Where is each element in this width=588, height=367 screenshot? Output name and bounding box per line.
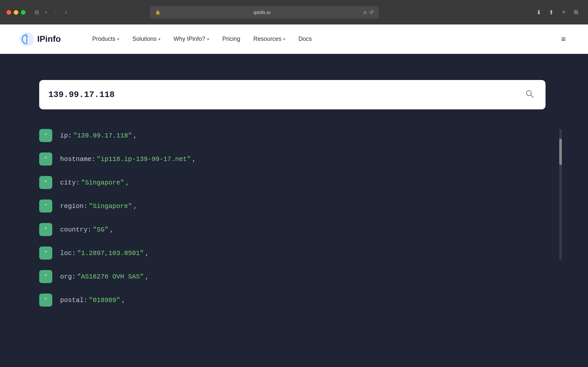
value-hostname: "ip118.ip-139-99-17.net": [97, 155, 191, 163]
solutions-chevron-icon: ▾: [158, 37, 160, 41]
products-chevron-icon: ▾: [117, 37, 119, 41]
hamburger-menu-button[interactable]: ≡: [559, 32, 568, 46]
value-postal: "018989": [89, 296, 120, 304]
navbar: IPinfo Products ▾ Solutions ▾ Why IPinfo…: [0, 24, 588, 54]
traffic-lights: [7, 10, 25, 15]
windows-button[interactable]: ⧉: [571, 7, 581, 18]
quote-badge: ": [39, 199, 52, 213]
key-region: region:: [60, 202, 88, 210]
nav-resources-label: Resources: [253, 36, 281, 42]
minimize-button[interactable]: [14, 10, 18, 15]
search-button[interactable]: [523, 87, 536, 103]
key-city: city:: [60, 179, 80, 186]
quote-badge: ": [39, 176, 52, 189]
nav-item-resources[interactable]: Resources ▾: [248, 33, 290, 45]
key-postal: postal:: [60, 296, 88, 304]
lock-icon: 🔒: [155, 10, 160, 15]
result-line-region: region: "Singapore",: [60, 202, 137, 210]
key-loc: loc:: [60, 249, 76, 257]
nav-pricing-label: Pricing: [222, 36, 240, 42]
scrollbar-thumb[interactable]: [559, 139, 562, 165]
value-country: "SG": [93, 226, 108, 233]
nav-item-pricing[interactable]: Pricing: [217, 33, 245, 45]
svg-point-1: [26, 36, 28, 38]
value-org: "AS16276 OVH SAS": [77, 273, 144, 280]
result-line-ip: ip: "139.99.17.118",: [60, 132, 137, 139]
nav-products-label: Products: [92, 36, 115, 42]
result-line-hostname: hostname: "ip118.ip-139-99-17.net",: [60, 155, 196, 163]
browser-chrome: ⊟ ▾ ‹ › 🔒 ipinfo.io A ↺ ⬇ ⬆ + ⧉: [0, 0, 588, 24]
nav-why-label: Why IPinfo?: [173, 36, 205, 42]
browser-nav-buttons: ‹ ›: [51, 8, 71, 17]
reload-icon[interactable]: ↺: [369, 9, 373, 15]
resources-chevron-icon: ▾: [283, 37, 285, 41]
nav-item-docs[interactable]: Docs: [293, 33, 317, 45]
back-button[interactable]: ‹: [51, 8, 60, 17]
website: IPinfo Products ▾ Solutions ▾ Why IPinfo…: [0, 24, 588, 367]
key-hostname: hostname:: [60, 155, 95, 163]
result-row: " city: "Singapore",: [39, 176, 549, 189]
nav-solutions-label: Solutions: [132, 36, 156, 42]
result-row: " org: "AS16276 OVH SAS",: [39, 270, 549, 283]
result-line-loc: loc: "1.2897,103.8501",: [60, 249, 149, 257]
result-row: " ip: "139.99.17.118",: [39, 129, 549, 142]
browser-actions: ⬇ ⬆ + ⧉: [534, 7, 581, 18]
forward-button[interactable]: ›: [61, 8, 71, 17]
quote-badge: ": [39, 294, 52, 307]
results-area: " ip: "139.99.17.118", " hostname: "ip11…: [39, 129, 549, 307]
result-line-postal: postal: "018989",: [60, 296, 125, 304]
download-button[interactable]: ⬇: [534, 7, 544, 18]
quote-badge: ": [39, 129, 52, 142]
quote-badge: ": [39, 247, 52, 260]
key-ip: ip:: [60, 132, 72, 139]
value-ip: "139.99.17.118": [73, 132, 132, 139]
new-tab-button[interactable]: +: [559, 7, 569, 18]
nav-item-solutions[interactable]: Solutions ▾: [127, 33, 166, 45]
url-text: ipinfo.io: [163, 9, 361, 15]
close-button[interactable]: [7, 10, 11, 15]
sidebar-toggle-button[interactable]: ⊟: [32, 8, 41, 17]
result-row: " hostname: "ip118.ip-139-99-17.net",: [39, 152, 549, 166]
nav-docs-label: Docs: [298, 36, 312, 42]
quote-badge: ": [39, 270, 52, 283]
key-country: country:: [60, 226, 91, 233]
result-row: " loc: "1.2897,103.8501",: [39, 247, 549, 260]
share-button[interactable]: ⬆: [546, 7, 557, 18]
value-region: "Singapore": [89, 202, 132, 210]
value-city: "Singapore": [81, 179, 124, 186]
result-line-city: city: "Singapore",: [60, 179, 129, 186]
svg-line-3: [531, 95, 533, 98]
scrollbar-track[interactable]: [559, 129, 562, 260]
quote-badge: ": [39, 152, 52, 166]
nav-links: Products ▾ Solutions ▾ Why IPinfo? ▾ Pri…: [87, 33, 559, 45]
value-loc: "1.2897,103.8501": [77, 249, 144, 257]
nav-item-why-ipinfo[interactable]: Why IPinfo? ▾: [168, 33, 214, 45]
translate-icon[interactable]: A: [364, 10, 367, 15]
quote-badge: ": [39, 223, 52, 236]
key-org: org:: [60, 273, 76, 280]
search-icon: [525, 89, 534, 98]
logo-area[interactable]: IPinfo: [20, 32, 61, 46]
logo-text: IPinfo: [37, 34, 61, 44]
result-line-country: country: "SG",: [60, 226, 114, 233]
main-content: " ip: "139.99.17.118", " hostname: "ip11…: [0, 54, 588, 367]
search-input[interactable]: [48, 90, 523, 100]
tab-chevron-icon[interactable]: ▾: [45, 10, 47, 15]
result-row: " postal: "018989",: [39, 294, 549, 307]
logo-icon: [20, 32, 34, 46]
address-bar[interactable]: 🔒 ipinfo.io A ↺: [150, 6, 379, 19]
nav-item-products[interactable]: Products ▾: [87, 33, 124, 45]
address-bar-container: 🔒 ipinfo.io A ↺: [150, 6, 379, 19]
search-container: [39, 80, 546, 109]
why-chevron-icon: ▾: [207, 37, 209, 41]
maximize-button[interactable]: [21, 10, 25, 15]
result-line-org: org: "AS16276 OVH SAS",: [60, 273, 149, 280]
result-row: " country: "SG",: [39, 223, 549, 236]
result-row: " region: "Singapore",: [39, 199, 549, 213]
